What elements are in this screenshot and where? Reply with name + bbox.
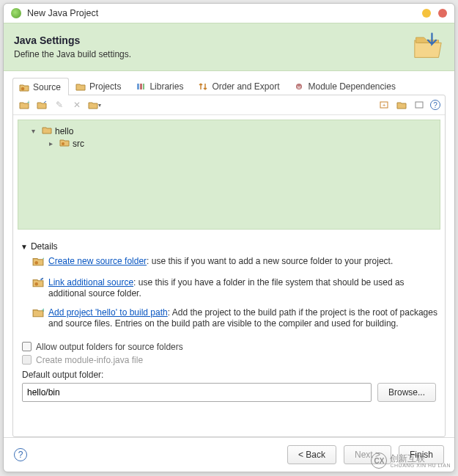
tab-label: Projects xyxy=(89,81,121,92)
window-controls xyxy=(422,9,447,18)
link-additional-source-link[interactable]: Link additional source xyxy=(48,277,133,288)
projects-icon xyxy=(75,81,86,92)
detail-add-project: + Add project 'hello' to build path: Add… xyxy=(32,307,437,330)
allow-output-label: Allow output folders for source folders xyxy=(36,342,183,352)
browse-button[interactable]: Browse... xyxy=(377,383,436,402)
project-folder-icon xyxy=(42,125,52,136)
dialog-window: New Java Project Java Settings Define th… xyxy=(3,3,455,472)
expand-toggle-icon[interactable]: ▸ xyxy=(49,139,56,147)
checkbox-icon xyxy=(22,355,32,365)
detail-create-source: + Create new source folder: use this if … xyxy=(32,256,437,270)
svg-text:M: M xyxy=(298,85,301,89)
tab-label: Libraries xyxy=(149,81,183,92)
tab-label: Module Dependencies xyxy=(308,81,395,92)
source-folder-tree[interactable]: ▾ hello ▸ src xyxy=(18,120,440,230)
source-folder-icon xyxy=(19,82,29,92)
window-title: New Java Project xyxy=(27,8,422,18)
help-button[interactable]: ? xyxy=(14,448,27,461)
eclipse-icon xyxy=(11,8,21,18)
folder-icon xyxy=(412,31,444,63)
order-export-icon xyxy=(198,81,208,92)
libraries-icon xyxy=(136,81,146,92)
new-source-folder-icon: + xyxy=(32,256,44,270)
minimize-button[interactable] xyxy=(422,9,431,18)
source-toolbar: + ✎ ✕ ▾ + ? xyxy=(13,95,445,115)
link-source-icon xyxy=(32,277,44,291)
watermark: CX 创新互联 CHUANG XIN HU LIAN xyxy=(371,453,451,469)
expand-toggle-icon[interactable]: ▾ xyxy=(32,127,39,135)
default-output-label: Default output folder: xyxy=(22,370,436,380)
create-source-link[interactable]: Create new source folder xyxy=(48,256,147,266)
create-module-checkbox-row: Create module-info.java file xyxy=(22,355,436,365)
tree-project-label: hello xyxy=(55,126,73,136)
title-bar: New Java Project xyxy=(4,4,454,23)
svg-text:+: + xyxy=(43,256,44,262)
svg-rect-1 xyxy=(137,84,139,89)
source-folder-icon xyxy=(59,138,70,149)
tab-label: Source xyxy=(33,82,61,92)
caret-down-icon: ▼ xyxy=(21,243,28,251)
svg-text:+: + xyxy=(383,102,386,109)
remove-button[interactable]: ✕ xyxy=(70,98,84,111)
svg-point-13 xyxy=(34,282,38,286)
tree-src-row[interactable]: ▸ src xyxy=(21,137,437,150)
back-button[interactable]: < Back xyxy=(287,445,336,464)
edit-button[interactable]: ✎ xyxy=(53,98,66,111)
checkbox-icon[interactable] xyxy=(22,342,32,351)
svg-point-0 xyxy=(21,87,25,91)
tab-bar: Source Projects Libraries Order and Expo… xyxy=(4,71,454,95)
add-project-icon: + xyxy=(32,307,44,321)
tab-libraries[interactable]: Libraries xyxy=(129,77,191,95)
tab-source[interactable]: Source xyxy=(12,78,69,95)
svg-point-11 xyxy=(34,261,38,265)
lower-options: Allow output folders for source folders … xyxy=(13,339,445,414)
svg-point-10 xyxy=(62,142,64,145)
detail-text: : use this if you want to add a new sour… xyxy=(147,256,393,266)
details-section: ▼ Details + Create new source folder: us… xyxy=(13,234,445,339)
detail-link-source: Link additional source: use this if you … xyxy=(32,277,437,300)
watermark-sub: CHUANG XIN HU LIAN xyxy=(390,463,451,468)
details-toggle[interactable]: ▼ Details xyxy=(21,241,437,252)
output-folder-button[interactable] xyxy=(413,98,426,111)
wizard-header: Java Settings Define the Java build sett… xyxy=(4,23,454,71)
tab-projects[interactable]: Projects xyxy=(69,77,129,95)
collapse-all-button[interactable] xyxy=(395,98,408,111)
create-module-label: Create module-info.java file xyxy=(36,355,143,365)
watermark-logo-icon: CX xyxy=(371,453,387,469)
close-button[interactable] xyxy=(438,9,447,18)
tab-order-export[interactable]: Order and Export xyxy=(191,77,287,95)
svg-rect-2 xyxy=(140,84,142,89)
source-tab-body: + ✎ ✕ ▾ + ? ▾ hello ▸ src ▼ xyxy=(12,95,446,437)
details-heading: Details xyxy=(31,241,58,252)
wizard-subtitle: Define the Java build settings. xyxy=(14,49,131,59)
wizard-title: Java Settings xyxy=(14,34,131,46)
add-folder-button[interactable]: + xyxy=(18,98,31,111)
add-project-link[interactable]: Add project 'hello' to build path xyxy=(48,307,168,318)
toolbar-help-icon[interactable]: ? xyxy=(430,100,440,110)
toggle-button[interactable]: ▾ xyxy=(88,98,101,111)
default-output-input[interactable] xyxy=(22,383,372,402)
svg-rect-3 xyxy=(143,84,144,89)
svg-text:+: + xyxy=(27,100,29,105)
default-output-row: Browse... xyxy=(22,383,436,402)
svg-rect-9 xyxy=(415,102,423,108)
module-icon: M xyxy=(294,81,304,92)
tab-label: Order and Export xyxy=(212,81,279,92)
expand-all-button[interactable]: + xyxy=(377,98,391,111)
link-folder-button[interactable] xyxy=(35,98,48,111)
watermark-brand: 创新互联 xyxy=(390,454,451,463)
tab-module-deps[interactable]: M Module Dependencies xyxy=(287,77,403,95)
allow-output-checkbox-row[interactable]: Allow output folders for source folders xyxy=(22,342,436,352)
tree-project-row[interactable]: ▾ hello xyxy=(21,125,437,137)
tree-src-label: src xyxy=(73,139,84,149)
svg-text:+: + xyxy=(42,307,44,314)
